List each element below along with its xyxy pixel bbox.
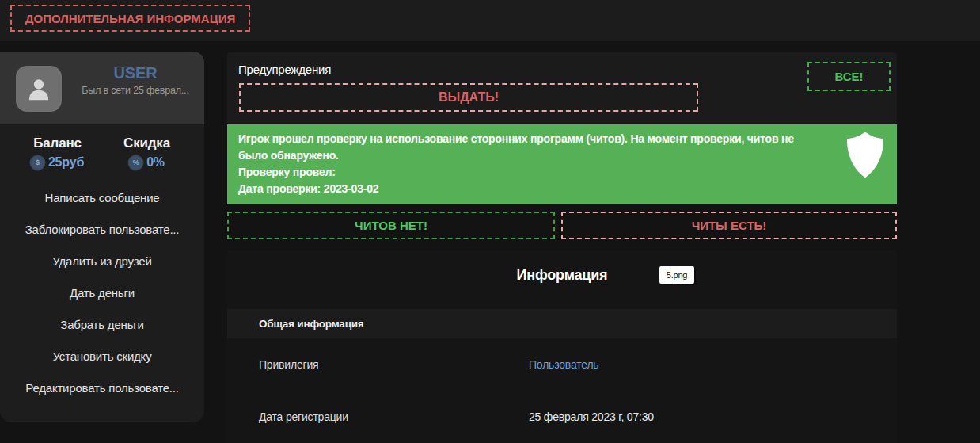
sidebar-menu: Написать сообщение Заблокировать пользов… — [0, 182, 204, 404]
check-message: Игрок прошел проверку на использование с… — [238, 131, 802, 164]
check-date-line: Дата проверки: 2023-03-02 — [238, 181, 802, 197]
issue-warning-button[interactable]: ВЫДАТЬ! — [239, 83, 698, 112]
percent-badge-icon: % — [129, 156, 142, 170]
check-date-value: 2023-03-02 — [324, 182, 379, 195]
check-date-label: Дата проверки: — [238, 182, 321, 195]
discount-value: % 0% — [102, 155, 192, 170]
sidebar-item-give-money[interactable]: Дать деньги — [0, 277, 204, 309]
last-seen-text: Был в сети 25 феврал... — [73, 85, 198, 96]
discount-amount: 0% — [146, 155, 165, 170]
balance-section: Баланс $ 25руб Скидка % 0% — [0, 124, 204, 170]
discount-label: Скидка — [102, 136, 192, 151]
sidebar-item-send-message[interactable]: Написать сообщение — [0, 182, 204, 214]
balance-amount: 25руб — [48, 155, 84, 170]
warnings-panel: Предупреждения ВСЕ! ВЫДАТЬ! — [227, 52, 897, 123]
sidebar-item-set-discount[interactable]: Установить скидку — [0, 341, 204, 372]
info-title: Информация — [227, 267, 897, 284]
no-cheats-button[interactable]: ЧИТОВ НЕТ! — [227, 212, 555, 239]
registration-date-label: Дата регистрации — [259, 411, 348, 423]
user-card-header: USER Был в сети 25 феврал... — [0, 52, 204, 124]
user-sidebar: USER Был в сети 25 феврал... Баланс $ 25… — [0, 52, 204, 422]
cheat-check-banner: Игрок прошел проверку на использование с… — [227, 124, 897, 204]
balance-column: Баланс $ 25руб — [13, 136, 102, 170]
balance-label: Баланс — [13, 136, 102, 151]
general-info-label: Общая информация — [259, 309, 364, 338]
table-row: Привилегия Пользователь — [227, 338, 897, 390]
warnings-title: Предупреждения — [238, 63, 331, 76]
discount-column: Скидка % 0% — [102, 136, 192, 170]
all-warnings-button[interactable]: ВСЕ! — [807, 62, 891, 91]
person-icon — [25, 74, 53, 103]
additional-info-button[interactable]: ДОПОЛНИТЕЛЬНАЯ ИНФОРМАЦИЯ — [10, 5, 250, 32]
has-cheats-button[interactable]: ЧИТЫ ЕСТЬ! — [561, 212, 897, 239]
sidebar-item-edit-user[interactable]: Редактировать пользовате... — [0, 372, 204, 404]
sidebar-item-block-user[interactable]: Заблокировать пользовате... — [0, 214, 204, 246]
info-panel: Информация 5.png Общая информация Привил… — [227, 250, 897, 443]
user-avatar — [16, 66, 62, 112]
checked-by-label: Проверку провел: — [238, 164, 802, 181]
username: USER — [73, 64, 198, 82]
privilege-value-link[interactable]: Пользователь — [529, 358, 598, 371]
topbar: ДОПОЛНИТЕЛЬНАЯ ИНФОРМАЦИЯ — [0, 0, 980, 41]
privilege-label: Привилегия — [259, 358, 318, 371]
sidebar-item-take-money[interactable]: Забрать деньги — [0, 309, 204, 341]
coin-badge-icon: $ — [31, 156, 44, 170]
attachment-chip[interactable]: 5.png — [659, 266, 694, 284]
sidebar-item-remove-friend[interactable]: Удалить из друзей — [0, 246, 204, 277]
table-row: Дата регистрации 25 февраля 2023 г, 07:3… — [227, 390, 897, 443]
balance-value: $ 25руб — [13, 155, 102, 170]
user-identity: USER Был в сети 25 феврал... — [73, 64, 198, 96]
registration-date-value: 25 февраля 2023 г, 07:30 — [529, 411, 654, 423]
general-info-header: Общая информация — [227, 309, 897, 338]
shield-icon — [843, 130, 887, 181]
